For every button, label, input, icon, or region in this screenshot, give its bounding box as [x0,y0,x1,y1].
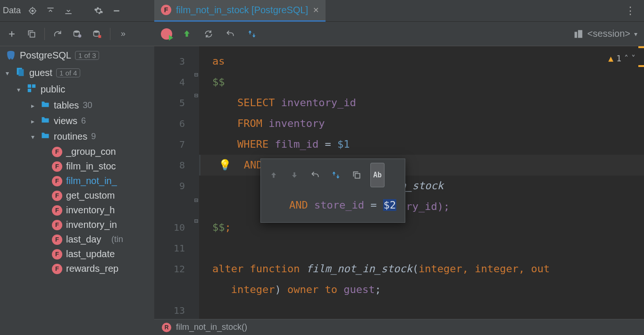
function-badge-icon: F [52,234,62,245]
tool-window-header: Data [0,4,154,18]
code-area[interactable]: ▲ 1 ˄ ˅ as $$ SELECT inventory_id FROM i… [199,46,644,319]
routine-item[interactable]: Flast_update [0,247,154,261]
highlight-words-toggle[interactable]: Ab [370,163,385,187]
tables-label: tables [54,100,79,111]
compare-diff-icon[interactable] [329,168,343,182]
folder-icon [41,100,50,111]
settings-icon[interactable] [92,4,106,18]
routine-label: rewards_rep [66,263,118,274]
datasource-row[interactable]: PostgreSQL 1 of 3 [0,46,154,65]
svg-rect-2 [30,32,35,37]
commit-up-icon[interactable] [180,27,194,41]
svg-point-4 [78,34,82,37]
tree-guest-label: guest [29,67,52,78]
db-settings-icon[interactable] [70,27,84,41]
tree-schema[interactable]: ▾ public [0,81,154,98]
svg-rect-11 [28,89,31,92]
duplicate-icon[interactable] [25,27,39,41]
minimize-icon[interactable] [109,4,124,18]
svg-point-3 [74,30,80,33]
chevron-down-icon: ▾ [634,30,637,38]
warning-icon: ▲ [608,48,613,69]
add-icon[interactable] [5,27,19,41]
copy-icon[interactable] [350,168,364,182]
routine-item[interactable]: Flast_day (tin [0,232,154,247]
tree-routines[interactable]: ▾ routines 9 [0,129,154,144]
svg-point-1 [32,10,33,11]
routine-label: last_day [66,234,101,245]
fold-icon[interactable]: ⊟ [191,217,198,225]
editor-tab[interactable]: F film_not_in_stock [PostgreSQL] ✕ [154,0,326,22]
function-badge-icon: F [52,147,62,157]
intention-bulb-icon[interactable]: 💡 [218,159,231,171]
routine-label: inventory_in [66,219,117,230]
chevron-down-icon[interactable]: ▾ [3,69,11,77]
chevron-down-icon[interactable]: ˅ [631,48,636,69]
compare-diff-icon[interactable] [245,27,259,41]
svg-rect-12 [575,32,577,38]
editor-menu[interactable]: ⋮ [625,5,644,17]
fold-icon[interactable]: ⊟ [191,196,198,204]
error-stripe[interactable] [638,46,644,112]
routine-item-selected[interactable]: Ffilm_not_in_ [0,174,154,188]
prev-diff-icon[interactable] [267,168,281,182]
rollback-icon[interactable] [308,168,322,182]
routine-label: film_in_stoc [66,161,116,172]
session-label: <session> [587,28,630,39]
target-icon[interactable] [25,4,40,18]
next-diff-icon[interactable] [287,168,301,182]
refresh-icon[interactable] [50,27,65,41]
svg-point-5 [94,30,100,33]
inspection-widget[interactable]: ▲ 1 ˄ ˅ [608,48,636,69]
views-label: views [54,116,77,126]
routine-item[interactable]: Fget_custom [0,188,154,203]
more-icon[interactable]: » [116,27,130,41]
svg-rect-13 [578,30,582,38]
function-badge-icon: F [52,264,62,274]
tree-guest[interactable]: ▾ guest 1 of 4 [0,65,154,81]
chevron-up-icon[interactable]: ˄ [624,48,628,69]
breadcrumb-label: film_not_in_stock() [176,322,247,332]
expand-down-icon[interactable] [61,4,75,18]
chevron-right-icon[interactable]: ▸ [28,117,37,125]
function-badge-icon: F [52,220,62,230]
routine-item[interactable]: F_group_con [0,144,154,159]
function-badge-icon: F [161,5,171,15]
schema-icon [26,83,37,96]
fold-icon[interactable]: ⊟ [191,71,198,78]
svg-rect-8 [18,69,24,76]
editor-toolbar: <session> ▾ [154,22,644,46]
sync-icon[interactable] [201,27,216,41]
undo-icon[interactable] [223,27,237,41]
collapse-up-icon[interactable] [43,4,58,18]
routine-item[interactable]: Finventory_h [0,203,154,218]
routine-item[interactable]: Frewards_rep [0,261,154,276]
datasource-count: 1 of 3 [75,51,100,60]
session-selector[interactable]: <session> ▾ [573,28,637,39]
close-icon[interactable]: ✕ [313,6,319,15]
database-icon [15,67,25,79]
routine-item[interactable]: Finventory_in [0,218,154,232]
routine-label: film_not_in_ [66,176,117,186]
breadcrumb[interactable]: R film_not_in_stock() [154,319,644,335]
line-gutter: 3 4 5 6 7 8 9 10 11 12 13 ⊟ ⊟ ⊟ ⊟ [154,46,199,319]
fold-icon[interactable]: ⊟ [191,92,198,99]
editor-body[interactable]: 3 4 5 6 7 8 9 10 11 12 13 ⊟ ⊟ ⊟ ⊟ ▲ [154,46,644,319]
editor-pane: <session> ▾ 3 4 5 6 7 8 9 10 11 12 13 ⊟ … [154,22,644,335]
function-badge-icon: F [52,191,62,201]
db-stop-icon[interactable] [90,27,104,41]
svg-rect-9 [28,84,31,88]
tree-tables[interactable]: ▸ tables 30 [0,98,154,113]
diff-popup-toolbar: Ab [261,159,405,191]
run-icon[interactable] [161,28,172,40]
routine-item[interactable]: Ffilm_in_stoc [0,159,154,174]
tree-views[interactable]: ▸ views 6 [0,113,154,129]
sidebar-toolbar: » [0,22,154,46]
chevron-down-icon[interactable]: ▾ [28,133,37,141]
guest-count: 1 of 4 [56,68,81,77]
tables-count: 30 [83,100,92,110]
chevron-down-icon[interactable]: ▾ [14,86,23,93]
folder-icon [41,115,50,127]
svg-rect-10 [32,84,35,88]
chevron-right-icon[interactable]: ▸ [28,102,37,109]
